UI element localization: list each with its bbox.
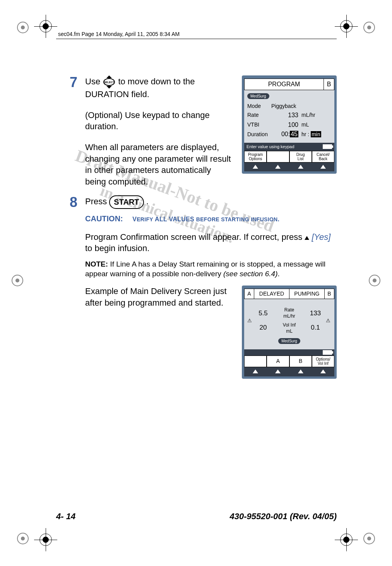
note-text-b: (see section 6.4) [223, 270, 277, 278]
step-7-body: Use SELECT to move down to the DURATION … [85, 75, 337, 188]
dev2-b-rate: 133 [305, 309, 326, 318]
header-rule [56, 39, 337, 39]
step8-p1a: Press [85, 197, 109, 206]
up-triangle-icon [320, 165, 326, 169]
step-8-number: 8 [56, 195, 77, 209]
step8-p2a: Program Confirmation screen will appear.… [85, 232, 305, 242]
crop-mark-tl [34, 15, 57, 38]
dev2-col-b: 133 0.1 [305, 309, 326, 332]
dev1-dur-hr: 00: [281, 131, 290, 137]
dev2-softkey-3: B [289, 356, 312, 367]
dev2-channel-a: A [245, 289, 254, 299]
bullseye-bot-right [363, 533, 375, 544]
caution-text: VERIFY ALL VALUES BEFORE STARTING INFUSI… [132, 216, 279, 222]
dev2-status-bar [244, 349, 334, 356]
select-icon: SELECT [103, 75, 116, 89]
dev2-softkey-2: A [267, 356, 289, 367]
up-triangle-icon [253, 369, 258, 373]
dev1-dur-label: Duration [247, 131, 271, 138]
dev2-mid-vol-b: mL [274, 328, 305, 334]
crop-mark-br [335, 528, 358, 551]
header-text: sec04.fm Page 14 Monday, April 11, 2005 … [58, 31, 180, 37]
bullseye-mid-right [369, 275, 380, 286]
dev1-cca-tag: MedSurg [247, 93, 269, 99]
step-7: 7 Use SELECT [56, 75, 337, 188]
yes-softkey-ref: [Yes] [312, 232, 330, 242]
bullseye-top-left [17, 22, 29, 33]
device-screen-program: PROGRAM B MedSurg ModePiggyback Rate133m… [242, 75, 337, 174]
dev2-softkey-1 [244, 356, 267, 367]
dev2-triangles [244, 367, 334, 376]
step-8-body: Press START . CAUTION: VERIFY ALL VALUES… [85, 195, 337, 379]
step7-p3: When all parameters are displayed, chang… [85, 142, 234, 188]
step7-p1a: Use [85, 77, 103, 86]
dev1-dur-unit-a: hr : [301, 131, 311, 137]
crop-mark-tr [335, 15, 358, 38]
step8-p2b: to begin infusion. [85, 243, 149, 253]
warning-icon-left: ⚠ [247, 317, 253, 324]
up-triangle-icon [275, 369, 281, 373]
svg-marker-3 [106, 86, 112, 89]
dev2-col-a: 5.5 20 [253, 309, 274, 332]
dev1-vtbi-label: VTBI [247, 121, 271, 128]
page: sec04.fm Page 14 Monday, April 11, 2005 … [0, 0, 392, 566]
battery-icon [323, 144, 332, 149]
note-text-a: If Line A has a Delay Start remaining or… [85, 260, 325, 278]
battery-icon [323, 350, 332, 355]
doc-revision: 430-95520-001 (Rev. 04/05) [230, 511, 337, 522]
footer: 4- 14 430-95520-001 (Rev. 04/05) [56, 511, 337, 522]
dev1-softkeys: ProgramOptions DrugList Cancel/Back [244, 151, 334, 162]
dev1-vtbi-val: 100 [271, 121, 298, 129]
dev2-softkey-4: Options/Vol Inf [312, 356, 334, 367]
dev1-vtbi-unit: mL [301, 121, 309, 128]
crop-mark-bl [34, 528, 57, 551]
start-button-icon: START [109, 195, 144, 209]
dev2-status-a: DELAYED [254, 289, 289, 299]
dev1-rate-unit: mL/hr [301, 111, 315, 119]
dev1-triangles [244, 162, 334, 172]
dev2-titlebar: A DELAYED PUMPING B [244, 289, 334, 299]
note-label: NOTE: [85, 260, 108, 268]
bullseye-top-right [363, 22, 375, 33]
warning-icon-right: ⚠ [326, 317, 331, 324]
device-screen-delivery: A DELAYED PUMPING B ⚠ 5.5 20 [242, 286, 337, 379]
dev2-mid-rate-a: Rate [274, 307, 305, 313]
dev1-body: MedSurg ModePiggyback Rate133mL/hr VTBI1… [244, 90, 334, 143]
svg-text:SELECT: SELECT [104, 81, 115, 84]
step7-p2: (Optional) Use keypad to change duration… [85, 109, 234, 132]
up-triangle-icon [253, 165, 258, 169]
step8-p1b: . [146, 197, 149, 206]
up-triangle-icon [320, 369, 326, 373]
dev2-body: ⚠ 5.5 20 Rate mL/hr Vol Inf mL [244, 299, 334, 337]
dev2-status-b: PUMPING [289, 289, 325, 299]
note-paragraph: NOTE: If Line A has a Delay Start remain… [85, 260, 337, 279]
dev1-status-bar: Enter value using keypad [244, 143, 334, 151]
dev2-mid-vol-a: Vol Inf [274, 322, 305, 328]
caution-label: CAUTION: [85, 214, 123, 223]
dev2-mid-rate-b: mL/hr [274, 313, 305, 319]
dev1-softkey-3: DrugList [289, 151, 312, 162]
svg-marker-0 [106, 75, 112, 78]
dev2-softkeys: A B Options/Vol Inf [244, 356, 334, 367]
content: 7 Use SELECT [56, 75, 337, 386]
dev1-channel: B [324, 79, 334, 90]
up-triangle-icon [298, 369, 303, 373]
bullseye-mid-left [12, 275, 23, 286]
note-text-c: . [277, 270, 279, 278]
dev1-rate-val: 133 [271, 111, 298, 120]
up-triangle-icon [298, 165, 303, 169]
dev1-dur-unit-b: min [311, 131, 321, 137]
dev1-mode-val: Piggyback [271, 103, 296, 110]
dev1-softkey-4: Cancel/Back [312, 151, 334, 162]
dev1-softkey-2 [267, 151, 289, 162]
dev2-cca-wrap: MedSurg [244, 337, 334, 350]
step-8: 8 Press START . CAUTION: VERIFY ALL VALU… [56, 195, 337, 379]
dev2-a-vol: 20 [253, 323, 274, 332]
bullseye-bot-left [17, 533, 29, 544]
dev1-softkey-1: ProgramOptions [244, 151, 267, 162]
step-7-number: 7 [56, 75, 77, 89]
example-text: Example of Main Delivery Screen just aft… [85, 286, 234, 308]
dev2-b-vol: 0.1 [305, 323, 326, 332]
dev2-channel-b: B [325, 289, 334, 299]
dev2-cca-tag: MedSurg [278, 338, 300, 344]
